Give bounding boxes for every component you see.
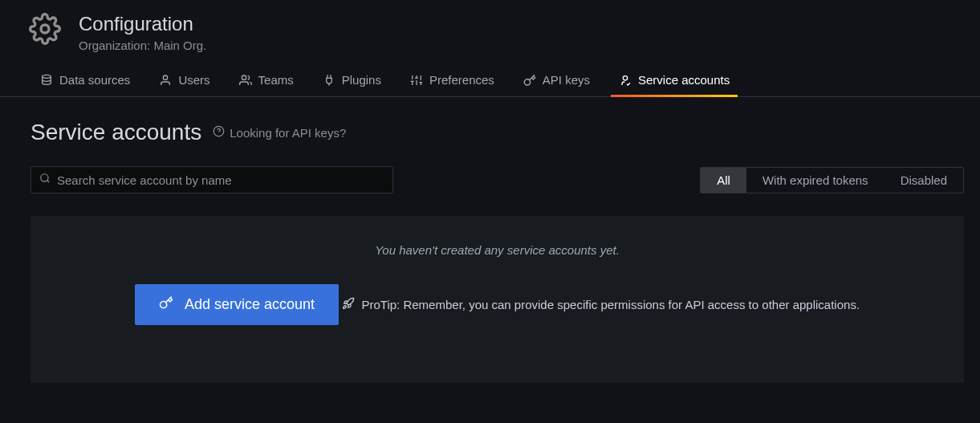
svg-point-3 [242,75,246,79]
tab-label: Data sources [59,73,130,87]
tab-data-sources[interactable]: Data sources [39,73,132,96]
add-service-account-button[interactable]: Add service account [135,284,339,325]
rocket-icon [342,297,355,312]
add-button-label: Add service account [185,296,315,313]
empty-state: You haven't created any service accounts… [30,216,964,383]
tab-preferences[interactable]: Preferences [409,73,496,96]
question-icon [213,125,225,140]
svg-point-13 [623,75,627,79]
section-header: Service accounts Looking for API keys? [30,120,964,145]
protip: ProTip: Remember, you can provide specif… [342,297,860,312]
tab-label: API keys [543,73,590,87]
gear-icon [29,13,61,48]
svg-point-2 [164,75,168,79]
tab-api-keys[interactable]: API keys [522,73,592,96]
page-title: Configuration [79,13,206,35]
search-icon [39,173,51,187]
section-title: Service accounts [30,120,201,145]
filter-group: All With expired tokens Disabled [700,167,964,193]
tab-label: Preferences [429,73,494,87]
svg-line-17 [47,181,50,183]
tab-teams[interactable]: Teams [238,73,295,96]
tabs: Data sources Users Teams Plugins Prefere… [0,52,980,97]
hint-text: Looking for API keys? [230,126,346,140]
filter-disabled[interactable]: Disabled [884,168,963,193]
svg-point-1 [43,75,51,78]
key-icon [159,295,173,314]
filter-expired[interactable]: With expired tokens [746,168,884,193]
tab-label: Users [178,73,209,87]
empty-message: You haven't created any service accounts… [47,243,948,257]
tab-service-accounts[interactable]: Service accounts [617,73,731,96]
tab-label: Teams [258,73,294,87]
tab-users[interactable]: Users [157,73,211,96]
api-keys-hint[interactable]: Looking for API keys? [213,125,346,140]
search-field[interactable] [30,166,393,193]
filter-all[interactable]: All [701,168,746,193]
page-subtitle: Organization: Main Org. [79,39,206,52]
svg-point-0 [41,25,49,33]
tab-label: Plugins [342,73,381,87]
svg-point-16 [41,174,48,181]
search-input[interactable] [57,173,384,187]
protip-text: ProTip: Remember, you can provide specif… [361,298,860,311]
tab-label: Service accounts [638,73,730,87]
tab-plugins[interactable]: Plugins [321,73,383,96]
page-header: Configuration Organization: Main Org. [0,0,980,52]
